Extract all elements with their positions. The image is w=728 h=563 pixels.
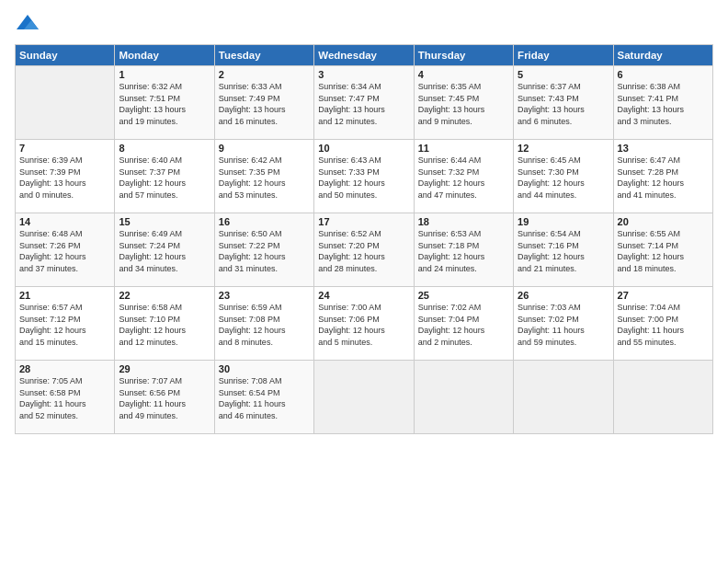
day-info: Sunrise: 7:04 AM Sunset: 7:00 PM Dayligh… (618, 302, 709, 348)
day-number: 11 (418, 143, 509, 154)
day-header-sunday: Sunday (16, 45, 115, 66)
day-number: 18 (418, 216, 509, 227)
week-row-1: 1Sunrise: 6:32 AM Sunset: 7:51 PM Daylig… (16, 66, 713, 140)
day-cell: 26Sunrise: 7:03 AM Sunset: 7:02 PM Dayli… (514, 287, 613, 361)
day-number: 13 (618, 143, 709, 154)
day-cell: 23Sunrise: 6:59 AM Sunset: 7:08 PM Dayli… (214, 287, 313, 361)
day-number: 17 (318, 216, 409, 227)
day-number: 6 (618, 69, 709, 80)
day-number: 10 (318, 143, 409, 154)
day-info: Sunrise: 7:07 AM Sunset: 6:56 PM Dayligh… (119, 375, 210, 421)
day-cell: 21Sunrise: 6:57 AM Sunset: 7:12 PM Dayli… (16, 287, 115, 361)
day-number: 30 (219, 363, 310, 374)
day-cell: 28Sunrise: 7:05 AM Sunset: 6:58 PM Dayli… (16, 361, 115, 434)
day-cell: 19Sunrise: 6:54 AM Sunset: 7:16 PM Dayli… (514, 213, 613, 287)
day-number: 3 (318, 69, 409, 80)
day-info: Sunrise: 7:08 AM Sunset: 6:54 PM Dayligh… (219, 375, 310, 421)
day-number: 16 (219, 216, 310, 227)
day-number: 7 (19, 143, 110, 154)
day-info: Sunrise: 6:32 AM Sunset: 7:51 PM Dayligh… (119, 81, 210, 127)
day-cell: 11Sunrise: 6:44 AM Sunset: 7:32 PM Dayli… (414, 140, 513, 213)
day-info: Sunrise: 6:57 AM Sunset: 7:12 PM Dayligh… (19, 302, 110, 348)
day-info: Sunrise: 6:38 AM Sunset: 7:41 PM Dayligh… (618, 81, 709, 127)
day-info: Sunrise: 6:50 AM Sunset: 7:22 PM Dayligh… (219, 228, 310, 274)
day-number: 8 (119, 143, 210, 154)
day-cell: 7Sunrise: 6:39 AM Sunset: 7:39 PM Daylig… (16, 140, 115, 213)
week-row-3: 14Sunrise: 6:48 AM Sunset: 7:26 PM Dayli… (16, 213, 713, 287)
day-cell (414, 361, 513, 434)
day-cell (514, 361, 613, 434)
day-info: Sunrise: 7:02 AM Sunset: 7:04 PM Dayligh… (418, 302, 509, 348)
day-info: Sunrise: 6:44 AM Sunset: 7:32 PM Dayligh… (418, 155, 509, 201)
day-number: 26 (518, 290, 609, 301)
day-info: Sunrise: 6:42 AM Sunset: 7:35 PM Dayligh… (219, 155, 310, 201)
day-info: Sunrise: 6:45 AM Sunset: 7:30 PM Dayligh… (518, 155, 609, 201)
day-cell (314, 361, 414, 434)
day-number: 23 (219, 290, 310, 301)
day-info: Sunrise: 6:49 AM Sunset: 7:24 PM Dayligh… (119, 228, 210, 274)
day-cell: 16Sunrise: 6:50 AM Sunset: 7:22 PM Dayli… (214, 213, 313, 287)
day-cell: 14Sunrise: 6:48 AM Sunset: 7:26 PM Dayli… (16, 213, 115, 287)
day-number: 20 (618, 216, 709, 227)
day-cell: 30Sunrise: 7:08 AM Sunset: 6:54 PM Dayli… (214, 361, 313, 434)
logo-icon (15, 11, 40, 37)
day-info: Sunrise: 6:37 AM Sunset: 7:43 PM Dayligh… (518, 81, 609, 127)
day-info: Sunrise: 6:35 AM Sunset: 7:45 PM Dayligh… (418, 81, 509, 127)
header (15, 11, 713, 37)
day-cell: 27Sunrise: 7:04 AM Sunset: 7:00 PM Dayli… (613, 287, 712, 361)
day-cell: 3Sunrise: 6:34 AM Sunset: 7:47 PM Daylig… (314, 66, 414, 140)
day-info: Sunrise: 7:00 AM Sunset: 7:06 PM Dayligh… (318, 302, 409, 348)
day-info: Sunrise: 6:47 AM Sunset: 7:28 PM Dayligh… (618, 155, 709, 201)
day-number: 5 (518, 69, 609, 80)
day-cell: 18Sunrise: 6:53 AM Sunset: 7:18 PM Dayli… (414, 213, 513, 287)
day-cell: 29Sunrise: 7:07 AM Sunset: 6:56 PM Dayli… (115, 361, 214, 434)
day-cell: 25Sunrise: 7:02 AM Sunset: 7:04 PM Dayli… (414, 287, 513, 361)
day-cell: 17Sunrise: 6:52 AM Sunset: 7:20 PM Dayli… (314, 213, 414, 287)
day-info: Sunrise: 6:59 AM Sunset: 7:08 PM Dayligh… (219, 302, 310, 348)
calendar-page: SundayMondayTuesdayWednesdayThursdayFrid… (0, 0, 728, 563)
day-cell: 5Sunrise: 6:37 AM Sunset: 7:43 PM Daylig… (514, 66, 613, 140)
day-cell: 1Sunrise: 6:32 AM Sunset: 7:51 PM Daylig… (115, 66, 214, 140)
day-header-wednesday: Wednesday (314, 45, 414, 66)
day-info: Sunrise: 6:39 AM Sunset: 7:39 PM Dayligh… (19, 155, 110, 201)
day-cell: 22Sunrise: 6:58 AM Sunset: 7:10 PM Dayli… (115, 287, 214, 361)
day-cell: 10Sunrise: 6:43 AM Sunset: 7:33 PM Dayli… (314, 140, 414, 213)
day-header-friday: Friday (514, 45, 613, 66)
day-cell: 13Sunrise: 6:47 AM Sunset: 7:28 PM Dayli… (613, 140, 712, 213)
day-info: Sunrise: 6:40 AM Sunset: 7:37 PM Dayligh… (119, 155, 210, 201)
day-number: 12 (518, 143, 609, 154)
day-number: 29 (119, 363, 210, 374)
day-number: 27 (618, 290, 709, 301)
day-info: Sunrise: 6:52 AM Sunset: 7:20 PM Dayligh… (318, 228, 409, 274)
day-info: Sunrise: 7:03 AM Sunset: 7:02 PM Dayligh… (518, 302, 609, 348)
day-cell: 24Sunrise: 7:00 AM Sunset: 7:06 PM Dayli… (314, 287, 414, 361)
day-number: 21 (19, 290, 110, 301)
day-number: 24 (318, 290, 409, 301)
day-headers-row: SundayMondayTuesdayWednesdayThursdayFrid… (16, 45, 713, 66)
day-info: Sunrise: 6:33 AM Sunset: 7:49 PM Dayligh… (219, 81, 310, 127)
day-number: 2 (219, 69, 310, 80)
day-number: 22 (119, 290, 210, 301)
day-cell: 12Sunrise: 6:45 AM Sunset: 7:30 PM Dayli… (514, 140, 613, 213)
day-info: Sunrise: 6:58 AM Sunset: 7:10 PM Dayligh… (119, 302, 210, 348)
day-header-tuesday: Tuesday (214, 45, 313, 66)
calendar-table: SundayMondayTuesdayWednesdayThursdayFrid… (15, 44, 713, 434)
day-cell (613, 361, 712, 434)
day-info: Sunrise: 7:05 AM Sunset: 6:58 PM Dayligh… (19, 375, 110, 421)
logo (15, 11, 42, 37)
day-number: 9 (219, 143, 310, 154)
day-number: 14 (19, 216, 110, 227)
day-info: Sunrise: 6:48 AM Sunset: 7:26 PM Dayligh… (19, 228, 110, 274)
day-cell (16, 66, 115, 140)
day-cell: 8Sunrise: 6:40 AM Sunset: 7:37 PM Daylig… (115, 140, 214, 213)
day-header-monday: Monday (115, 45, 214, 66)
day-cell: 2Sunrise: 6:33 AM Sunset: 7:49 PM Daylig… (214, 66, 313, 140)
day-number: 15 (119, 216, 210, 227)
day-info: Sunrise: 6:54 AM Sunset: 7:16 PM Dayligh… (518, 228, 609, 274)
day-cell: 15Sunrise: 6:49 AM Sunset: 7:24 PM Dayli… (115, 213, 214, 287)
week-row-5: 28Sunrise: 7:05 AM Sunset: 6:58 PM Dayli… (16, 361, 713, 434)
day-number: 25 (418, 290, 509, 301)
day-cell: 20Sunrise: 6:55 AM Sunset: 7:14 PM Dayli… (613, 213, 712, 287)
day-number: 19 (518, 216, 609, 227)
day-info: Sunrise: 6:55 AM Sunset: 7:14 PM Dayligh… (618, 228, 709, 274)
